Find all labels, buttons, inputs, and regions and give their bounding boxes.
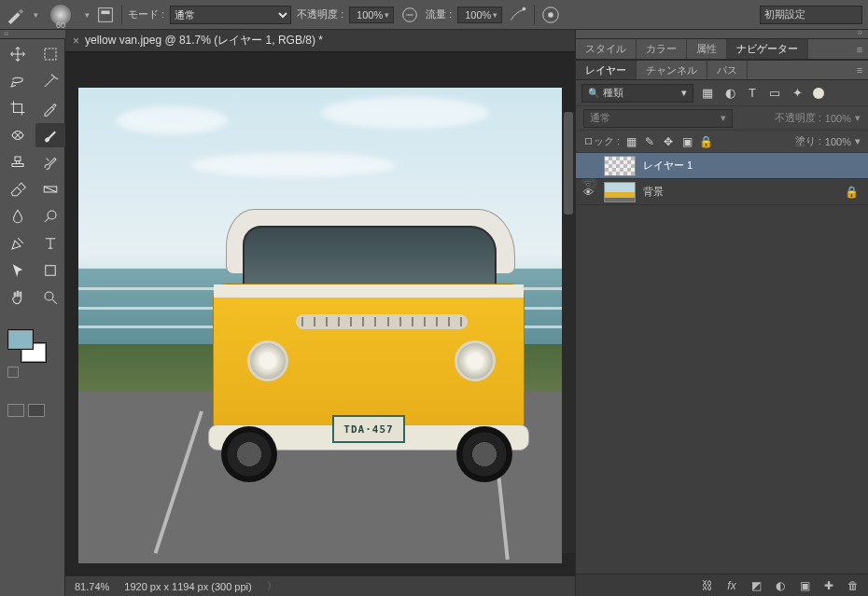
document-tab[interactable]: × yellow van.jpeg @ 81.7% (レイヤー 1, RGB/8… — [65, 30, 575, 52]
magic-wand-tool[interactable] — [35, 69, 65, 93]
stamp-tool[interactable] — [3, 150, 33, 174]
tab-paths[interactable]: パス — [707, 61, 748, 79]
standard-mode-icon[interactable] — [7, 404, 24, 417]
panel-menu-icon[interactable]: ≡ — [851, 39, 868, 59]
layer-fx-icon[interactable]: fx — [724, 579, 739, 592]
tab-color[interactable]: カラー — [637, 39, 687, 59]
dodge-tool[interactable] — [35, 204, 65, 229]
lock-artboard-icon[interactable]: ▣ — [679, 134, 694, 149]
type-tool[interactable] — [35, 231, 65, 256]
filter-smart-icon[interactable]: ✦ — [789, 85, 805, 102]
tool-preset-icon[interactable] — [6, 5, 26, 25]
history-brush-tool[interactable] — [35, 150, 65, 174]
blend-mode-select[interactable]: 通常 — [170, 6, 291, 24]
default-colors-icon[interactable] — [7, 367, 19, 378]
panel-menu-icon[interactable]: ≡ — [851, 61, 868, 79]
filter-type-icon[interactable]: T — [744, 85, 761, 102]
link-layers-icon[interactable]: ⛓ — [700, 579, 715, 592]
delete-layer-icon[interactable]: 🗑 — [846, 579, 861, 592]
lock-pixels-icon[interactable]: ✎ — [642, 134, 657, 149]
opacity-field[interactable]: 100%▾ — [349, 7, 394, 23]
eyedropper-tool[interactable] — [35, 96, 65, 120]
layer-group-icon[interactable]: ▣ — [797, 579, 812, 592]
layer-name[interactable]: 背景 — [643, 185, 664, 199]
lock-position-icon[interactable]: ✥ — [661, 134, 676, 149]
filter-adjust-icon[interactable]: ◐ — [721, 85, 738, 102]
upper-tab-row: スタイル カラー 属性 ナビゲーター ≡ — [576, 39, 868, 60]
filter-shape-icon[interactable]: ▭ — [766, 85, 783, 102]
pen-tool[interactable] — [3, 231, 33, 256]
tool-preset-select[interactable]: 初期設定 — [760, 6, 862, 24]
layer-blend-mode[interactable]: 通常▾ — [583, 109, 733, 128]
new-layer-icon[interactable]: ✚ — [821, 579, 836, 592]
lock-label: ロック : — [583, 134, 620, 148]
lock-all-icon[interactable]: 🔒 — [698, 134, 713, 149]
gradient-tool[interactable] — [35, 177, 65, 201]
brush-tool[interactable] — [35, 123, 65, 147]
brush-panel-icon[interactable] — [95, 5, 116, 25]
quickmask-mode-icon[interactable] — [28, 404, 45, 417]
foreground-color-swatch[interactable] — [7, 329, 34, 350]
close-tab-icon[interactable]: × — [73, 35, 79, 48]
brush-size-value: 60 — [56, 21, 65, 30]
canvas-viewport[interactable]: TDA·457 — [65, 52, 575, 575]
canvas[interactable]: TDA·457 — [78, 88, 562, 563]
dimensions-readout[interactable]: 1920 px x 1194 px (300 ppi) — [124, 581, 251, 592]
marquee-tool[interactable] — [35, 42, 65, 66]
layer-name[interactable]: レイヤー 1 — [643, 159, 693, 173]
move-tool[interactable] — [3, 42, 33, 66]
right-panel-dock: スタイル カラー 属性 ナビゲーター ≡ レイヤー チャンネル パス ≡ 🔍 種… — [575, 30, 868, 596]
filter-toggle-icon[interactable] — [813, 88, 824, 99]
adjustment-layer-icon[interactable]: ◐ — [773, 579, 788, 592]
lasso-tool[interactable] — [3, 69, 33, 93]
layers-list: レイヤー 1👁背景🔒 — [576, 153, 868, 205]
blur-tool[interactable] — [3, 204, 33, 229]
visibility-toggle[interactable]: 👁 — [580, 184, 596, 201]
tab-navigator[interactable]: ナビゲーター — [727, 39, 808, 59]
chevron-down-icon[interactable]: ▾ — [34, 10, 38, 20]
layer-row[interactable]: 👁背景🔒 — [576, 179, 868, 205]
vertical-scrollbar[interactable] — [562, 112, 575, 553]
chevron-down-icon[interactable]: ▾ — [855, 112, 861, 124]
color-swatches[interactable] — [0, 329, 64, 376]
layer-filter-kind[interactable]: 🔍 種類 ▾ — [581, 84, 693, 103]
fill-value[interactable]: 100% — [825, 136, 851, 147]
patch-tool[interactable] — [3, 123, 33, 147]
blend-opacity-row: 通常▾ 不透明度 : 100% ▾ — [576, 106, 868, 131]
chevron-down-icon[interactable]: ▾ — [85, 10, 90, 20]
layer-row[interactable]: レイヤー 1 — [576, 153, 868, 179]
tab-channels[interactable]: チャンネル — [637, 61, 707, 79]
tab-style[interactable]: スタイル — [576, 39, 637, 59]
zoom-tool[interactable] — [35, 285, 65, 310]
crop-tool[interactable] — [3, 96, 33, 120]
layer-mask-icon[interactable]: ◩ — [749, 579, 763, 592]
lock-transparency-icon[interactable]: ▦ — [623, 134, 638, 149]
path-select-tool[interactable] — [3, 258, 33, 283]
layers-footer: ⛓ fx ◩ ◐ ▣ ✚ 🗑 — [576, 574, 868, 596]
collapse-strip[interactable] — [576, 30, 868, 39]
lock-icon: 🔒 — [845, 186, 864, 199]
layer-thumbnail[interactable] — [604, 156, 636, 176]
status-bar: 81.74% 1920 px x 1194 px (300 ppi) 〉 — [65, 575, 575, 596]
shape-tool[interactable] — [35, 258, 65, 283]
brush-preview[interactable]: 60 — [44, 2, 77, 28]
pressure-size-icon[interactable] — [540, 5, 561, 25]
hand-tool[interactable] — [3, 285, 33, 310]
tab-properties[interactable]: 属性 — [687, 39, 727, 59]
airbrush-icon[interactable] — [508, 5, 528, 25]
tab-layers[interactable]: レイヤー — [576, 61, 637, 79]
zoom-readout[interactable]: 81.74% — [75, 581, 109, 592]
status-menu-icon[interactable]: 〉 — [267, 579, 277, 593]
license-plate: TDA·457 — [332, 415, 405, 443]
chevron-down-icon[interactable]: ▾ — [855, 135, 861, 147]
visibility-toggle[interactable] — [580, 158, 596, 174]
pressure-opacity-icon[interactable] — [399, 5, 420, 25]
layer-opacity-value[interactable]: 100% — [825, 113, 851, 124]
svg-point-10 — [45, 292, 53, 300]
chevron-down-icon: ▾ — [385, 10, 389, 20]
svg-point-3 — [523, 7, 526, 10]
layer-thumbnail[interactable] — [604, 182, 636, 202]
filter-pixel-icon[interactable]: ▦ — [699, 85, 716, 102]
flow-field[interactable]: 100%▾ — [457, 7, 502, 23]
eraser-tool[interactable] — [3, 177, 33, 201]
